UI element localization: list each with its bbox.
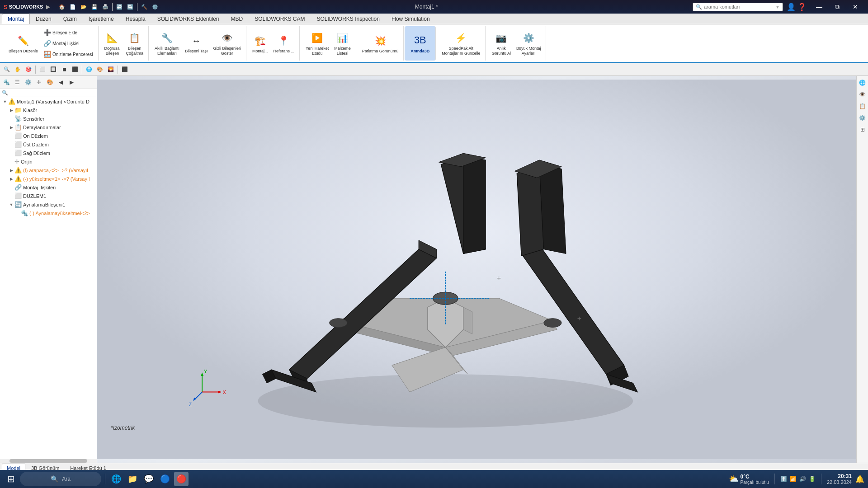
tree-item-sag-duzlem[interactable]: ⬜ Sağ Düzlem xyxy=(0,149,97,157)
tree-next-button[interactable]: ▶ xyxy=(66,77,76,87)
tree-display-button[interactable]: 🎨 xyxy=(45,77,55,87)
taskbar-search[interactable]: 🔍 Ara xyxy=(20,472,101,486)
tree-featuremanager-button[interactable]: 🔩 xyxy=(1,77,11,87)
dogrusal-button[interactable]: 📐 DoğrusalBileşen xyxy=(102,29,123,57)
tray-volume-icon[interactable]: 🔊 xyxy=(799,476,806,482)
print-button[interactable]: 🖨️ xyxy=(100,2,110,12)
expand-icon[interactable]: ▶ xyxy=(8,167,14,174)
referans-button[interactable]: 📍 Referans ... xyxy=(271,32,297,55)
view-realview-button[interactable]: 🌄 xyxy=(106,65,116,75)
tree-item-aynalama[interactable]: ▼ 🔄 AynalamaBileşeni1 xyxy=(0,200,97,209)
tree-property-button[interactable]: ⚙️ xyxy=(23,77,33,87)
tree-item-ust-duzlem[interactable]: ⬜ Üst Düzlem xyxy=(0,140,97,149)
taskbar-whatsapp[interactable]: 💬 xyxy=(142,472,156,486)
view-scene-button[interactable]: 🌐 xyxy=(84,65,94,75)
view-rotate-button[interactable]: 🎯 xyxy=(24,65,33,75)
start-button[interactable]: ⊞ xyxy=(4,472,18,486)
bilesen-ekle-button[interactable]: ➕ Bileşen Ekle xyxy=(41,28,95,38)
view-orient-button[interactable]: 🔍 xyxy=(2,65,12,75)
expand-icon[interactable]: ▶ xyxy=(8,176,14,182)
tab-sw-cam[interactable]: SOLIDWORKS CAM xyxy=(249,14,311,24)
tree-item-aynalama-alt[interactable]: 🔩 (-) AynalamayükseltmeI<2> - xyxy=(0,209,97,217)
bilesen-duzenle-button[interactable]: ✏️ Bileşen Düzenle xyxy=(6,32,40,55)
view-pan-button[interactable]: ✋ xyxy=(13,65,23,75)
home-button[interactable]: 🏠 xyxy=(57,2,67,12)
tab-montaj[interactable]: Montaj xyxy=(2,14,30,24)
tab-sw-eklentileri[interactable]: SOLIDWORKS Eklentileri xyxy=(151,14,225,24)
tree-prev-button[interactable]: ◀ xyxy=(56,77,66,87)
taskbar-chrome[interactable]: 🔵 xyxy=(158,472,172,486)
tab-flow-simulation[interactable]: Flow Simulation xyxy=(386,14,436,24)
view-appearance-button[interactable]: 🎨 xyxy=(95,65,105,75)
notification-icon[interactable]: 🔔 xyxy=(855,475,864,483)
montaj-iliskisi-button[interactable]: 🔗 Montaj İlişkisi xyxy=(41,38,95,48)
right-eye-button[interactable]: 👁️ xyxy=(858,89,868,99)
view-display-button[interactable]: ⬛ xyxy=(120,65,130,75)
tree-item-araparca[interactable]: ▶ ⚠️ (f) araparca,<2> ->? (Varsayıl xyxy=(0,166,97,174)
tree-item-sensor[interactable]: 📡 Sensörler xyxy=(0,114,97,123)
tree-item-root[interactable]: ▼ ⚠️ Montaj1 (Varsayılan) <Görüntü D xyxy=(0,97,97,106)
tree-item-duzlem1[interactable]: ⬜ DÜZLEM1 xyxy=(0,192,97,200)
search-dropdown-icon[interactable]: ▼ xyxy=(775,5,780,9)
gizli-bilesenleri-button[interactable]: 👁️ Gizli BileşenleriGöster xyxy=(211,29,244,57)
buyuk-montaj-button[interactable]: ⚙️ Büyük MontajAyarları xyxy=(514,29,543,57)
tree-item-detay[interactable]: ▶ 📋 Detaylandırmalar xyxy=(0,123,97,131)
redo-button[interactable]: ↪️ xyxy=(125,2,135,12)
cogaltma-button[interactable]: 📋 BileşenÇoğaltma xyxy=(124,29,146,57)
right-settings-button[interactable]: ⚙️ xyxy=(858,113,868,123)
tab-sw-inspection[interactable]: SOLIDWORKS Inspection xyxy=(311,14,386,24)
tab-hesapla[interactable]: Hesapla xyxy=(120,14,151,24)
close-button[interactable]: ✕ xyxy=(846,0,864,14)
patlatma-button[interactable]: 💥 Patlatma Görünümü xyxy=(360,32,401,55)
minimize-button[interactable]: — xyxy=(810,0,828,14)
tree-scrollbar-thumb[interactable] xyxy=(9,459,87,463)
anlik-goruntuai-button[interactable]: 📷 AnlıkGörüntü Al xyxy=(489,29,513,57)
restore-button[interactable]: ⧉ xyxy=(828,0,846,14)
tab-cizim[interactable]: Çizim xyxy=(57,14,83,24)
tab-duzen[interactable]: Düzen xyxy=(30,14,57,24)
tree-item-montaj-iliskileri[interactable]: 🔗 Montaj İlişkileri xyxy=(0,183,97,192)
malzeme-listesi-button[interactable]: 📊 MalzemeListesi xyxy=(332,29,353,57)
options-button[interactable]: ⚙️ xyxy=(150,2,160,12)
view-section-button[interactable]: ⬜ xyxy=(38,65,47,75)
right-layers-button[interactable]: 📋 xyxy=(858,101,868,111)
viewport[interactable]: + + Y X Z *İzometrik xyxy=(97,76,856,463)
yeni-hareket-button[interactable]: ▶️ Yeni HareketEtüdü xyxy=(303,29,331,57)
tree-item-on-duzlem[interactable]: ⬜ Ön Düzlem xyxy=(0,131,97,140)
onizleme-button[interactable]: 🪟 Önizleme Penceresi xyxy=(41,49,95,59)
undo-button[interactable]: ↩️ xyxy=(114,2,124,12)
expand-icon[interactable]: ▶ xyxy=(8,124,14,131)
akilli-baglanti-button[interactable]: 🔧 Akıllı BağlantıElemanları xyxy=(152,29,182,57)
view-wireframe-button[interactable]: ⬛ xyxy=(70,65,80,75)
build-button[interactable]: 🔨 xyxy=(139,2,149,12)
expand-icon[interactable]: ▼ xyxy=(8,202,14,208)
right-globe-button[interactable]: 🌐 xyxy=(858,78,868,88)
search-input[interactable] xyxy=(704,4,774,9)
tree-mates-button[interactable]: ✛ xyxy=(34,77,44,87)
command-search[interactable]: 🔍 ▼ xyxy=(693,3,783,11)
user-account-icon[interactable]: 👤 xyxy=(787,3,796,11)
tree-item-klasor[interactable]: ▶ 📁 Klasör xyxy=(0,106,97,114)
tray-network-icon[interactable]: 📶 xyxy=(790,476,797,482)
right-grid-button[interactable]: ⊞ xyxy=(858,125,868,135)
tree-item-orijin[interactable]: ✛ Orijin xyxy=(0,157,97,166)
tree-list-button[interactable]: ☰ xyxy=(12,77,22,87)
view-shaded-button[interactable]: ◼ xyxy=(59,65,69,75)
taskbar-solidworks[interactable]: 🔴 xyxy=(174,472,189,486)
save-button[interactable]: 💾 xyxy=(90,2,99,12)
model-viewport[interactable]: + + Y X Z xyxy=(97,76,856,463)
tab-mbd[interactable]: MBD xyxy=(225,14,249,24)
open-button[interactable]: 📂 xyxy=(79,2,89,12)
tab-isaretleme[interactable]: İşaretleme xyxy=(83,14,120,24)
aninda3b-button[interactable]: 3B Anında3B xyxy=(408,32,432,55)
expand-icon[interactable]: ▶ xyxy=(8,107,14,113)
tree-scrollbar[interactable] xyxy=(0,459,97,463)
speedpak-button[interactable]: ⚡ SpeedPak AltMontajlarını Güncelle xyxy=(439,29,482,57)
expand-icon[interactable]: ▼ xyxy=(2,99,8,105)
tray-up-icon[interactable]: ⬆️ xyxy=(780,476,787,482)
taskbar-edge[interactable]: 🌐 xyxy=(109,472,123,486)
tree-item-yukseltme[interactable]: ▶ ⚠️ (-) yükseltme<1> ->? (Varsayıl xyxy=(0,174,97,183)
help-icon[interactable]: ❓ xyxy=(797,3,807,11)
view-hidden-button[interactable]: 🔲 xyxy=(48,65,58,75)
taskbar-explorer[interactable]: 📁 xyxy=(125,472,140,486)
